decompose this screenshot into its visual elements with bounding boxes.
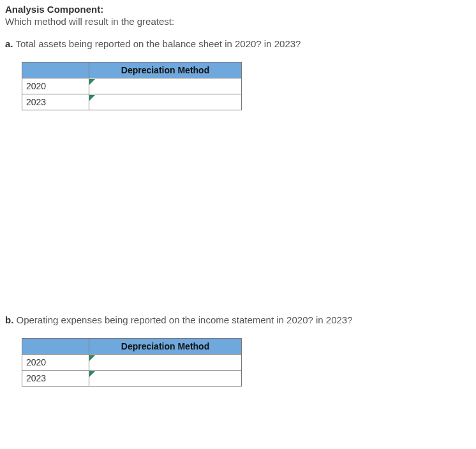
- table-a-header-blank: [22, 63, 89, 78]
- table-b-row-0-year: 2020: [22, 355, 89, 371]
- table-a-wrap: Depreciation Method 2020 2023: [22, 62, 471, 110]
- question-b: b. Operating expenses being reported on …: [5, 314, 471, 325]
- table-row: 2023: [22, 371, 242, 386]
- table-b-header-method: Depreciation Method: [89, 339, 242, 355]
- chevron-down-icon: [89, 95, 95, 101]
- question-a-letter: a.: [5, 38, 13, 49]
- table-a-row-1-year: 2023: [22, 94, 89, 110]
- table-b-header-blank: [22, 339, 89, 355]
- table-b-wrap: Depreciation Method 2020 2023: [22, 338, 471, 386]
- table-a: Depreciation Method 2020 2023: [22, 62, 242, 110]
- analysis-heading: Analysis Component:: [5, 4, 471, 15]
- table-row: 2023: [22, 94, 242, 110]
- analysis-subheading: Which method will result in the greatest…: [5, 16, 471, 27]
- table-row: 2020: [22, 355, 242, 371]
- chevron-down-icon: [89, 371, 95, 377]
- table-b: Depreciation Method 2020 2023: [22, 338, 242, 386]
- table-b-row-1-dropdown[interactable]: [89, 371, 242, 386]
- question-a-text: Total assets being reported on the balan…: [15, 38, 301, 49]
- table-a-row-1-dropdown[interactable]: [89, 94, 242, 110]
- question-b-letter: b.: [5, 314, 13, 325]
- table-row: 2020: [22, 78, 242, 94]
- question-b-text: Operating expenses being reported on the…: [17, 314, 353, 325]
- chevron-down-icon: [89, 355, 95, 361]
- chevron-down-icon: [89, 79, 95, 85]
- table-a-row-0-dropdown[interactable]: [89, 78, 242, 94]
- table-b-row-1-year: 2023: [22, 371, 89, 386]
- table-a-row-0-year: 2020: [22, 78, 89, 94]
- question-a: a. Total assets being reported on the ba…: [5, 38, 471, 49]
- table-a-header-method: Depreciation Method: [89, 63, 242, 78]
- table-b-row-0-dropdown[interactable]: [89, 355, 242, 371]
